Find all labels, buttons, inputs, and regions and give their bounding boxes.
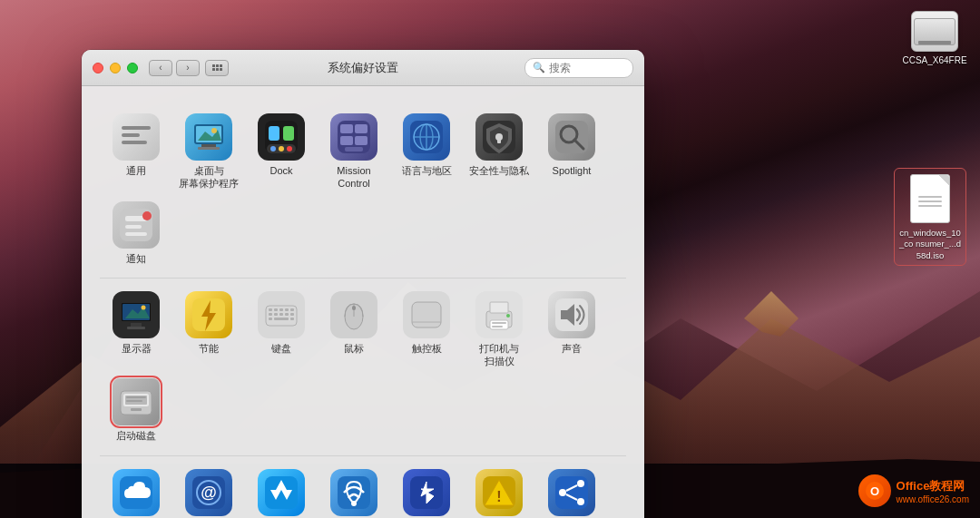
office-logo: O: [858, 474, 891, 507]
svg-rect-19: [269, 126, 279, 141]
pref-item-sharing[interactable]: 共享: [535, 464, 608, 518]
svg-rect-43: [125, 232, 147, 236]
notification-label: 通知: [126, 252, 146, 265]
iso-lines: [918, 196, 942, 207]
dock-icon: [258, 113, 305, 161]
desktop-iso-file[interactable]: cn_windows_10_co nsumer_...d58d.iso: [894, 168, 966, 266]
trackpad-label: 触控板: [412, 342, 442, 355]
pref-item-language[interactable]: 语言与地区: [390, 108, 463, 196]
svg-rect-56: [285, 308, 289, 311]
svg-rect-54: [274, 308, 278, 311]
search-input[interactable]: [549, 62, 626, 74]
pref-item-sound[interactable]: 声音: [535, 286, 608, 374]
pref-item-display[interactable]: 显示器: [100, 286, 172, 374]
general-label: 通用: [126, 164, 146, 177]
desktop-drive-icon[interactable]: CCSA_X64FRE: [903, 11, 966, 66]
pref-item-trackpad[interactable]: 触控板: [390, 286, 463, 374]
system-preferences-window: ‹ › 系统偏好设置 🔍: [82, 50, 644, 518]
pref-item-notification[interactable]: 通知: [100, 196, 172, 270]
svg-rect-57: [290, 308, 294, 311]
pref-item-bluetooth[interactable]: 蓝牙: [390, 464, 463, 518]
back-button[interactable]: ‹: [149, 60, 172, 76]
svg-point-16: [270, 146, 276, 151]
svg-rect-61: [285, 313, 289, 316]
svg-rect-74: [492, 322, 506, 324]
drive-slot: [918, 41, 951, 44]
pref-item-dock[interactable]: Dock: [245, 108, 318, 196]
svg-point-91: [351, 501, 357, 506]
svg-text:!: !: [496, 489, 501, 504]
dot: [216, 64, 219, 67]
maximize-button[interactable]: [127, 63, 138, 73]
svg-rect-72: [490, 302, 508, 313]
svg-rect-83: [126, 400, 142, 402]
keyboard-label: 键盘: [271, 342, 291, 355]
svg-rect-5: [122, 126, 151, 130]
bluetooth-icon: [403, 469, 450, 516]
pref-item-desktop[interactable]: 桌面与 屏幕保护程序: [172, 108, 245, 196]
svg-rect-84: [131, 408, 142, 411]
display-label: 显示器: [122, 342, 152, 355]
window-title: 系统偏好设置: [328, 60, 398, 76]
display-icon: [113, 291, 160, 338]
svg-point-97: [577, 480, 584, 487]
grid-view-button[interactable]: [205, 60, 229, 76]
office-watermark: O Office教程网 www.office26.com: [858, 474, 969, 507]
svg-rect-35: [497, 139, 501, 143]
iso-line: [918, 200, 942, 202]
trackpad-icon: [403, 291, 450, 338]
svg-rect-63: [269, 318, 272, 320]
svg-rect-20: [283, 126, 294, 141]
dot: [216, 68, 219, 71]
pref-item-icloud[interactable]: iCloud: [100, 464, 172, 518]
drive-icon-img: [911, 11, 958, 52]
pref-item-energy[interactable]: 节能: [172, 286, 245, 374]
general-icon: [113, 113, 160, 161]
security-icon: [475, 113, 523, 161]
svg-point-98: [559, 489, 566, 496]
startup-label: 启动磁盘: [116, 429, 156, 442]
pref-item-internet[interactable]: @ 互联网 帐户: [172, 464, 245, 518]
pref-item-mission[interactable]: Mission Control: [318, 108, 390, 196]
pref-item-network[interactable]: 网络: [318, 464, 390, 518]
svg-rect-69: [412, 302, 441, 327]
desktop-label: 桌面与 屏幕保护程序: [179, 164, 239, 191]
forward-button[interactable]: ›: [176, 60, 200, 76]
pref-item-extensions[interactable]: ! 扩展: [463, 464, 535, 518]
svg-rect-60: [279, 313, 283, 316]
svg-point-99: [577, 498, 584, 505]
svg-rect-22: [340, 124, 353, 133]
keyboard-icon: [258, 291, 305, 338]
drive-label: CCSA_X64FRE: [902, 54, 966, 66]
mission-label: Mission Control: [337, 164, 370, 191]
pref-item-mouse[interactable]: 鼠标: [318, 286, 390, 374]
mission-icon: [330, 113, 377, 161]
svg-rect-24: [340, 136, 353, 145]
nav-buttons: ‹ ›: [149, 60, 200, 76]
svg-rect-42: [125, 225, 142, 229]
startup-icon: [113, 378, 160, 425]
pref-item-keyboard[interactable]: 键盘: [245, 286, 318, 374]
pref-item-spotlight[interactable]: Spotlight: [535, 108, 608, 196]
dock-label: Dock: [270, 164, 292, 177]
pref-item-general[interactable]: 通用: [100, 108, 172, 196]
printer-icon: [475, 291, 523, 338]
pref-item-printer[interactable]: 打印机与 扫描仪: [463, 286, 535, 374]
icon-row-3: iCloud @ 互联网 帐户: [100, 456, 626, 518]
pref-item-appstore[interactable]: App Store: [245, 464, 318, 518]
search-box[interactable]: 🔍: [524, 58, 633, 78]
appstore-icon: [258, 469, 305, 516]
close-button[interactable]: [93, 63, 103, 73]
pref-item-security[interactable]: 安全性与隐私: [463, 108, 535, 196]
pref-item-startup[interactable]: 启动磁盘: [100, 373, 172, 447]
svg-rect-11: [198, 147, 220, 150]
sharing-icon: [548, 469, 595, 516]
sound-label: 声音: [562, 342, 582, 355]
svg-rect-73: [490, 320, 508, 329]
notification-icon: [113, 201, 160, 249]
svg-rect-58: [269, 313, 272, 316]
svg-point-50: [142, 305, 146, 309]
minimize-button[interactable]: [110, 63, 121, 73]
svg-point-41: [142, 211, 152, 220]
svg-rect-65: [290, 318, 294, 320]
